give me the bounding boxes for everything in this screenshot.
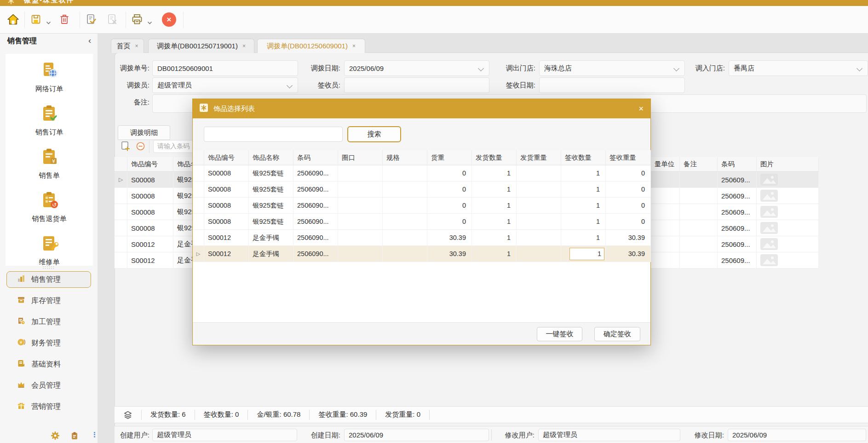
table-row[interactable]: S00008银925套链 2506090... 0 1 10 (193, 165, 650, 181)
dialog-header[interactable]: 饰品选择列表 × (193, 99, 650, 118)
receiver-input[interactable] (344, 77, 489, 93)
column-header[interactable]: 饰品编号 (204, 150, 249, 165)
image-placeholder-icon[interactable] (760, 238, 778, 250)
table-row-selected[interactable]: ▷ S00012足金手镯 2506090... 30.39 1 1 30.39 (193, 246, 650, 262)
clipboard-icon[interactable] (70, 431, 79, 442)
module-label: 销售管理 (31, 275, 61, 285)
column-header[interactable]: 规格 (383, 150, 427, 165)
module-label: 财务管理 (31, 338, 61, 348)
close-window-button[interactable]: × (162, 12, 176, 27)
settings-gear-icon[interactable] (51, 431, 60, 442)
module-marketing-management[interactable]: 营销管理 (6, 398, 91, 415)
dialog-item-table: 饰品编号 饰品名称 条码 圈口 规格 货重 发货数量 发货重量 签收数量 签收重… (193, 150, 650, 262)
receive-qty-input[interactable]: 1 (569, 248, 604, 260)
column-header[interactable]: 饰品编号 (127, 157, 173, 172)
table-row[interactable]: S00008银925套链 2506090... 0 1 10 (193, 181, 650, 198)
remove-row-icon[interactable] (136, 142, 145, 152)
column-header[interactable]: 发货重量 (517, 150, 561, 165)
status-send-qty: 发货数量: 6 (150, 410, 186, 419)
tab-transfer-detail[interactable]: 调拨明细 (118, 125, 170, 140)
dialog-close-icon[interactable]: × (638, 105, 644, 113)
operator-select[interactable]: 超级管理员 (152, 77, 298, 93)
image-cell (757, 220, 819, 236)
delete-button[interactable] (57, 13, 72, 28)
unapprove-button[interactable] (105, 13, 120, 28)
created-date-field[interactable]: 2025/06/09 (344, 429, 489, 441)
image-placeholder-icon[interactable] (760, 222, 778, 234)
created-user-field[interactable]: 超级管理员 (152, 429, 297, 441)
receive-date-input[interactable] (539, 77, 685, 93)
module-sales-management[interactable]: 销售管理 (6, 271, 91, 288)
transfer-no-input[interactable]: DB001250609001 (152, 60, 298, 76)
sidebar-item-label: 销售订单 (35, 128, 63, 137)
module-processing-management[interactable]: 加工管理 (6, 314, 91, 330)
archive-box-icon (17, 296, 25, 306)
column-header[interactable]: 发货数量 (472, 150, 517, 165)
printer-icon (131, 13, 143, 27)
from-store-select[interactable]: 海珠总店 (539, 60, 685, 76)
sidebar-collapse-icon[interactable]: ‹ (88, 35, 91, 46)
add-row-icon[interactable] (121, 141, 131, 153)
more-dots-icon[interactable]: ⋮ (91, 431, 98, 439)
sidebar: 销售管理 ‹ 网络订单 销售订单 ¥ 销售单 (0, 34, 98, 443)
tab-label: 调拨单(DB001250609001) (267, 42, 348, 51)
sidebar-item-repair-order[interactable]: 维修单 (39, 233, 60, 267)
module-inventory-management[interactable]: 库存管理 (6, 292, 91, 309)
modified-date-field[interactable]: 2025/06/09 (728, 429, 866, 441)
sidebar-item-sales-slip[interactable]: ¥ 销售单 (39, 147, 60, 180)
module-member-management[interactable]: 会员管理 (6, 377, 91, 394)
image-placeholder-icon[interactable] (760, 174, 778, 186)
row-indicator (115, 204, 127, 220)
sidebar-item-label: 销售退货单 (32, 215, 67, 223)
tab-close-icon[interactable]: × (352, 43, 356, 49)
module-finance-management[interactable]: ¥ 财务管理 (6, 335, 91, 351)
sidebar-item-sales-return[interactable]: ↺ 销售退货单 (32, 190, 67, 223)
column-header[interactable]: 签收数量 (561, 150, 606, 165)
home-button[interactable] (6, 13, 20, 28)
status-divider (376, 410, 376, 420)
gift-icon (17, 402, 25, 412)
modified-user-field[interactable]: 超级管理员 (538, 429, 680, 441)
layers-icon[interactable] (123, 410, 132, 420)
table-row[interactable]: S00012足金手镯 2506090... 30.39 1 130.39 (193, 230, 650, 246)
search-button[interactable]: 搜索 (347, 126, 401, 142)
column-header[interactable]: 备注 (680, 157, 718, 172)
transfer-date-select[interactable]: 2025/06/09 (344, 60, 489, 76)
module-basic-data[interactable]: 基础资料 (6, 356, 91, 373)
sidebar-drag-handle[interactable]: ∷∷∷ (0, 265, 98, 271)
tab-home[interactable]: 首页 × (111, 39, 144, 53)
table-row[interactable]: S00008银925套链 2506090... 0 1 10 (193, 198, 650, 214)
to-store-select[interactable]: 番禺店 (729, 60, 868, 76)
footer-divider (491, 429, 492, 441)
sidebar-item-sales-order[interactable]: 销售订单 (35, 104, 63, 137)
tab-close-icon[interactable]: × (242, 43, 246, 49)
sign-all-button[interactable]: 一键签收 (537, 327, 582, 341)
column-header[interactable]: 圈口 (338, 150, 383, 165)
document-icon (17, 359, 25, 369)
sidebar-item-label: 网络订单 (35, 85, 63, 93)
column-header[interactable]: 图片 (757, 157, 819, 172)
save-dropdown-chevron[interactable] (46, 18, 51, 27)
image-placeholder-icon[interactable] (760, 254, 778, 266)
confirm-sign-button[interactable]: 确定签收 (594, 327, 640, 341)
tab-transfer-order-1[interactable]: 调拨单(DB001250719001) × (148, 39, 254, 53)
column-header[interactable]: 条码 (293, 150, 338, 165)
dialog-search-input[interactable] (204, 127, 343, 142)
approve-button[interactable] (84, 13, 98, 28)
print-button[interactable] (130, 13, 144, 28)
dialog-icon (200, 104, 208, 114)
column-header[interactable]: 量单位 (651, 157, 680, 172)
row-indicator (115, 252, 127, 268)
column-header[interactable]: 饰品名称 (249, 150, 293, 165)
column-header[interactable]: 签收重量 (606, 150, 651, 165)
image-placeholder-icon[interactable] (760, 206, 778, 218)
column-header[interactable]: 条码 (718, 157, 757, 172)
tab-close-icon[interactable]: × (135, 43, 138, 49)
sidebar-item-network-order[interactable]: 网络订单 (35, 60, 63, 93)
column-header[interactable]: 货重 (427, 150, 472, 165)
table-row[interactable]: S00008银925套链 2506090... 0 1 10 (193, 214, 650, 230)
print-dropdown-chevron[interactable] (147, 18, 152, 27)
tab-transfer-order-2[interactable]: 调拨单(DB001250609001) × (257, 39, 365, 53)
image-placeholder-icon[interactable] (760, 190, 778, 202)
save-button[interactable] (29, 13, 43, 28)
